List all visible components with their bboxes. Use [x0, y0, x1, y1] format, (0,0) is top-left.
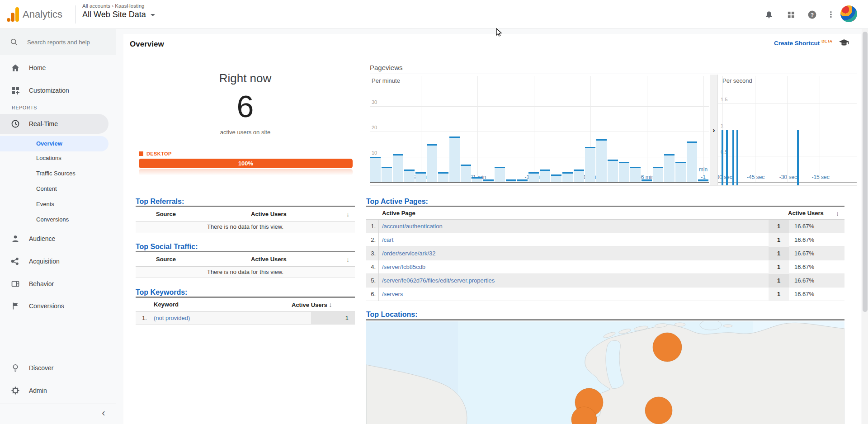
desktop-share-bar[interactable]: 100% [139, 159, 353, 168]
device-legend: DESKTOP [139, 151, 172, 156]
per-minute-label: Per minute [372, 77, 400, 84]
active-page-users: 1 [769, 287, 789, 301]
active-page-rank: 6. [366, 287, 379, 301]
app-name: Analytics [23, 9, 62, 20]
page-title: Overview [130, 40, 164, 49]
sidebar-item-customization[interactable]: Customization [0, 81, 116, 99]
sidebar-item-conversions[interactable]: Conversions [0, 297, 116, 315]
active-page-percent: 16.67% [789, 274, 844, 287]
active-page-rank: 4. [366, 260, 379, 274]
chart-splitter-handle[interactable]: › [710, 75, 718, 185]
svg-text:?: ? [810, 12, 813, 17]
map-water-inlet [700, 321, 722, 330]
more-options-button[interactable] [824, 7, 838, 22]
active-page-percent: 16.67% [789, 220, 844, 233]
keyword-link[interactable]: (not provided) [154, 315, 190, 321]
location-marker[interactable] [653, 333, 682, 362]
top-keywords-rule [136, 297, 355, 298]
sidebar-item-audience[interactable]: Audience [0, 230, 116, 248]
sidebar-item-home[interactable]: Home [0, 59, 116, 77]
sidebar-item-traffic-sources[interactable]: Traffic Sources [0, 166, 108, 181]
sidebar-item-events[interactable]: Events [0, 197, 108, 212]
sidebar-item-behavior[interactable]: Behavior [0, 275, 116, 293]
sidebar-item-overview[interactable]: Overview [0, 136, 108, 151]
graduation-cap-icon[interactable] [839, 39, 849, 47]
avatar[interactable] [840, 5, 857, 22]
desktop-legend-label: DESKTOP [146, 151, 172, 156]
gear-icon [11, 386, 20, 395]
sort-desc-icon[interactable]: ↓ [836, 210, 839, 217]
sidebar-item-content[interactable]: Content [0, 181, 108, 197]
active-page-users: 1 [769, 233, 789, 247]
top-social-heading: Top Social Traffic: [136, 243, 198, 251]
active-page-link[interactable]: /account/authentication [382, 220, 443, 233]
sidebar-collapse-button[interactable]: ‹ [97, 407, 110, 420]
active-page-link[interactable]: /cart [382, 233, 393, 247]
notifications-button[interactable] [762, 7, 776, 22]
property-selector[interactable]: All Web Site Data [82, 10, 155, 19]
keyword-rank: 1. [142, 315, 147, 321]
active-pages-col-users[interactable]: Active Users [788, 210, 824, 217]
apps-grid-button[interactable] [783, 7, 798, 22]
help-button[interactable]: ? [805, 7, 819, 22]
active-page-link[interactable]: /server/fe062d76/files/edit/server.prope… [382, 274, 495, 287]
sort-desc-icon[interactable]: ↓ [346, 211, 349, 218]
referrals-col-users[interactable]: Active Users [251, 211, 287, 217]
social-empty-row: There is no data for this view. [136, 267, 355, 278]
active-page-users: 1 [769, 260, 789, 274]
desktop-legend-swatch [139, 151, 143, 156]
active-page-row: 5./server/fe062d76/files/edit/server.pro… [366, 274, 844, 287]
active-page-link[interactable]: /order/service/ark/32 [382, 247, 436, 260]
active-page-link[interactable]: /server/fcb85cdb [382, 260, 425, 274]
active-page-rank: 2. [366, 233, 379, 247]
search-input[interactable] [27, 39, 108, 46]
analytics-logo-icon[interactable] [6, 6, 20, 23]
active-page-percent: 16.67% [789, 233, 844, 247]
search-bar[interactable] [0, 29, 116, 55]
beta-badge: BETA [821, 39, 832, 43]
charts-bottom-rule [370, 185, 857, 186]
active-page-percent: 16.67% [789, 247, 844, 260]
social-col-users[interactable]: Active Users [251, 256, 287, 263]
breadcrumb[interactable]: All accounts › KaasHosting [82, 3, 144, 9]
sort-desc-icon[interactable]: ↓ [346, 256, 349, 263]
bell-icon [764, 10, 774, 19]
page-scrollbar[interactable] [862, 29, 868, 424]
sidebar-item-acquisition[interactable]: Acquisition [0, 252, 116, 270]
top-active-pages-rule [366, 206, 844, 207]
top-keywords-heading: Top Keywords: [136, 288, 187, 297]
sidebar-item-real-time[interactable]: Real-Time [0, 114, 108, 134]
chevron-down-icon [151, 14, 155, 16]
per-second-label: Per second [722, 77, 752, 84]
active-page-rank: 1. [366, 220, 379, 233]
acquisition-icon [11, 257, 20, 266]
top-active-pages-heading: Top Active Pages: [366, 198, 428, 206]
location-marker[interactable] [645, 397, 672, 424]
active-page-row: 2./cart116.67% [366, 233, 844, 247]
reports-section-label: REPORTS [12, 105, 37, 110]
sidebar-item-admin[interactable]: Admin [0, 382, 116, 400]
customization-icon [11, 86, 20, 95]
active-page-link[interactable]: /servers [382, 287, 403, 301]
keywords-col-users[interactable]: Active Users ↓ [292, 301, 332, 308]
locations-map[interactable] [366, 321, 844, 424]
active-pages-col-page[interactable]: Active Page [382, 210, 415, 217]
sidebar-item-locations[interactable]: Locations [0, 151, 108, 166]
help-icon: ? [807, 10, 817, 19]
right-now-heading: Right now [136, 71, 355, 85]
sidebar-item-discover[interactable]: Discover [0, 359, 116, 377]
sidebar-item-conversions-sub[interactable]: Conversions [0, 212, 108, 227]
top-header: Analytics All accounts › KaasHosting All… [0, 0, 868, 29]
pageviews-rule [370, 74, 857, 74]
scrollbar-thumb[interactable] [863, 32, 868, 312]
keywords-col-keyword[interactable]: Keyword [154, 301, 179, 308]
referrals-col-source[interactable]: Source [156, 211, 176, 217]
desktop-share-bar-reflection [139, 169, 353, 175]
keyword-row: 1. (not provided) 1 [136, 312, 355, 325]
social-col-source[interactable]: Source [156, 256, 176, 263]
active-page-row: 4./server/fcb85cdb116.67% [366, 260, 844, 274]
top-referrals-heading: Top Referrals: [136, 198, 184, 206]
mouse-cursor [496, 28, 502, 37]
active-page-row: 3./order/service/ark/32116.67% [366, 247, 844, 260]
create-shortcut-button[interactable]: Create Shortcut BETA [774, 39, 849, 47]
